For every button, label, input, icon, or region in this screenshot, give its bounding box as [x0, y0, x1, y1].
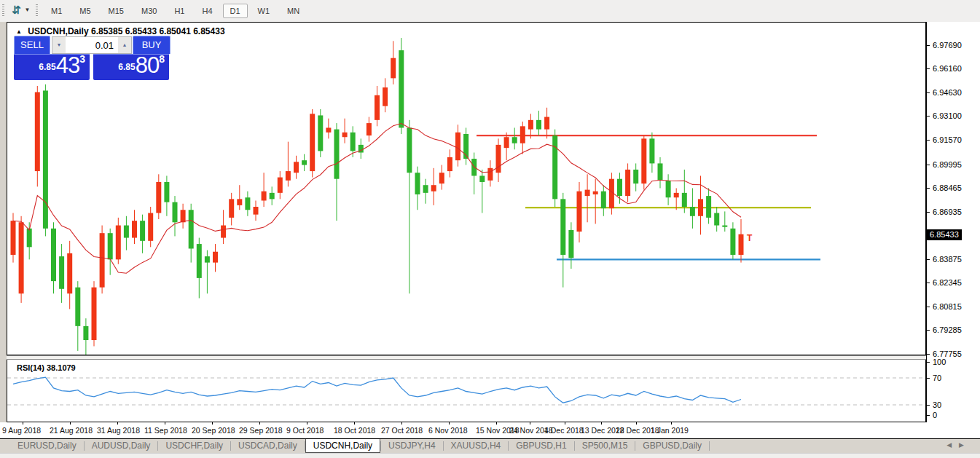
- chart-tab-gbpusd-h1[interactable]: GBPUSD,H1: [509, 439, 573, 453]
- chart-tab-usdcad-daily[interactable]: USDCAD,Daily: [231, 439, 305, 453]
- price-axis[interactable]: 6.976906.961606.946306.931006.915706.899…: [926, 22, 980, 422]
- buy-price-button[interactable]: 6.85808: [93, 54, 169, 80]
- candle-body: [479, 175, 485, 182]
- ohlc-high: 6.85433: [125, 26, 157, 36]
- tab-scroll-right-icon[interactable]: ▶: [959, 441, 971, 449]
- rsi-tick-mark: [927, 415, 930, 416]
- candle-body: [156, 182, 161, 213]
- trade-marker-t: T: [747, 233, 753, 243]
- candle-body: [375, 95, 380, 120]
- buy-price-point: 8: [159, 53, 165, 65]
- candle-body: [666, 181, 671, 197]
- buy-price-handle: 6.85: [118, 62, 135, 72]
- collapse-triangle-icon[interactable]: ▲: [16, 28, 22, 35]
- timeframe-button-m30[interactable]: M30: [134, 4, 164, 18]
- chart-tab-usdcnh-daily[interactable]: USDCNH,Daily: [305, 439, 380, 453]
- chart-tab-sp500-m15[interactable]: SP500,M15: [575, 439, 635, 453]
- date-label: 9 Oct 2018: [286, 426, 324, 435]
- price-tick-label: 6.89995: [933, 160, 962, 169]
- time-axis[interactable]: 9 Aug 201821 Aug 201831 Aug 201811 Sep 2…: [0, 422, 926, 438]
- candle-body: [189, 210, 194, 248]
- volume-decrement-button[interactable]: ▼: [52, 37, 66, 53]
- candle-body: [116, 226, 121, 260]
- sell-price-button[interactable]: 6.85433: [14, 54, 90, 80]
- candle-body: [682, 193, 687, 207]
- candle-body: [318, 115, 323, 151]
- chart-tab-usdchf-daily[interactable]: USDCHF,Daily: [158, 439, 230, 453]
- candle-body: [132, 221, 137, 237]
- timeframe-button-d1[interactable]: D1: [223, 4, 248, 18]
- date-label: 4 Dec 2018: [544, 426, 584, 435]
- candle-body: [278, 178, 283, 193]
- candle-body: [59, 256, 64, 289]
- candle-body: [447, 157, 452, 171]
- candle-body: [585, 190, 590, 197]
- date-label: 11 Sep 2018: [144, 426, 187, 435]
- tab-scroll-arrows[interactable]: ◀▶: [946, 441, 971, 449]
- toolbar-grip[interactable]: [2, 4, 4, 17]
- candle-body: [262, 192, 267, 201]
- timeframe-button-w1[interactable]: W1: [251, 4, 278, 18]
- sell-button[interactable]: SELL: [14, 36, 50, 54]
- chart-tab-usdjpy-h4[interactable]: USDJPY,H4: [381, 439, 442, 453]
- current-price-tag: 6.85433: [927, 229, 962, 240]
- buy-price-pips: 80: [136, 52, 159, 78]
- rsi-indicator-pane[interactable]: [7, 360, 926, 422]
- date-label: 9 Aug 2018: [2, 426, 41, 435]
- candle-body: [399, 50, 404, 127]
- candle-body: [601, 192, 606, 208]
- candle-body: [544, 117, 549, 130]
- date-tick-mark: [307, 422, 307, 425]
- date-label: 27 Oct 2018: [381, 426, 423, 435]
- tab-scroll-left-icon[interactable]: ◀: [946, 441, 959, 449]
- candle-body: [51, 229, 56, 281]
- price-tick-mark: [927, 283, 930, 283]
- timeframe-button-h4[interactable]: H4: [195, 4, 219, 18]
- candle-body: [568, 230, 573, 258]
- timeframe-button-m5[interactable]: M5: [72, 4, 98, 18]
- chart-tab-xauusd-h4[interactable]: XAUUSD,H4: [444, 439, 509, 453]
- date-tick-mark: [401, 422, 402, 425]
- chart-shift-icon[interactable]: ⇵▼: [12, 4, 34, 18]
- candle-body: [552, 135, 557, 199]
- volume-input[interactable]: [66, 37, 118, 53]
- candle-body: [730, 229, 735, 255]
- price-tick-mark: [927, 116, 930, 117]
- price-tick-mark: [927, 45, 930, 46]
- candle-body: [270, 193, 275, 200]
- buy-button[interactable]: BUY: [133, 36, 170, 54]
- chart-tab-audusd-daily[interactable]: AUDUSD,Daily: [85, 439, 158, 453]
- toolbar-grip-2[interactable]: [36, 4, 38, 17]
- dropdown-caret-icon[interactable]: ▼: [25, 7, 31, 13]
- timeframe-button-mn[interactable]: MN: [280, 4, 307, 18]
- candle-body: [350, 133, 356, 151]
- chart-tab-gbpusd-daily[interactable]: GBPUSD,Daily: [635, 439, 709, 453]
- candle-body: [391, 58, 396, 79]
- candle-body: [504, 137, 509, 148]
- date-tick-mark: [117, 422, 118, 425]
- candle-body: [423, 185, 428, 193]
- rsi-current-value: 38.1079: [47, 363, 76, 372]
- candle-body: [92, 288, 97, 340]
- volume-increment-button[interactable]: ▲: [118, 37, 131, 53]
- candle-body: [625, 170, 630, 196]
- timeframe-button-m15[interactable]: M15: [101, 4, 131, 18]
- sell-price-pips: 43: [56, 52, 79, 78]
- candle-body: [310, 114, 315, 171]
- timeframe-button-m1[interactable]: M1: [44, 4, 69, 18]
- candle-body: [593, 192, 598, 194]
- date-label: 18 Oct 2018: [334, 426, 375, 435]
- candle-body: [43, 90, 48, 228]
- date-tick-mark: [354, 422, 355, 425]
- candle-body: [431, 185, 436, 192]
- timeframe-button-h1[interactable]: H1: [167, 4, 192, 18]
- candle-body: [334, 130, 340, 179]
- rsi-tick-label: 30: [933, 400, 941, 409]
- price-tick-label: 6.97690: [933, 41, 962, 50]
- candle-body: [536, 120, 541, 130]
- chart-tab-eurusd-daily[interactable]: EURUSD,Daily: [10, 439, 84, 453]
- price-tick-label: 6.94630: [933, 88, 962, 97]
- candle-body: [197, 244, 202, 278]
- date-tick-mark: [70, 422, 71, 425]
- date-tick-mark: [259, 422, 260, 425]
